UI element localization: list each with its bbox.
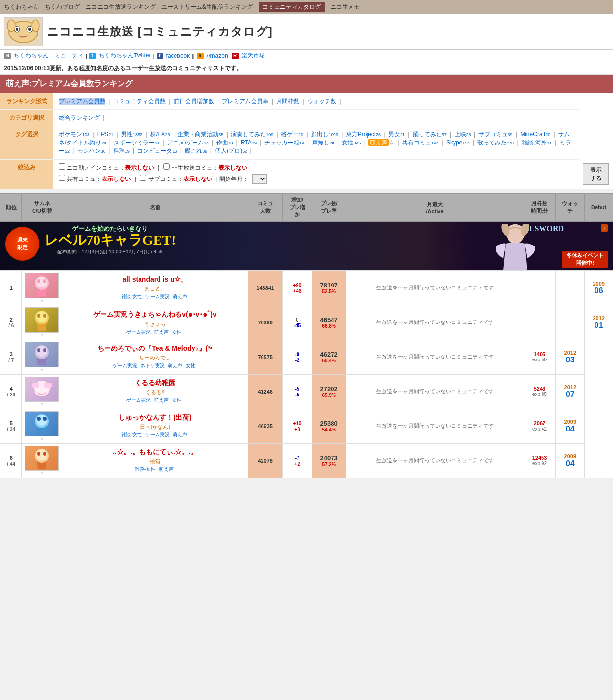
tag-touhou[interactable]: 東方Project26	[346, 131, 381, 138]
tag-business[interactable]: 企業・商業活動35	[177, 131, 223, 138]
tag-link-6b[interactable]: 萌え声	[159, 467, 174, 472]
name-link-4[interactable]: くるる幼稚園	[135, 379, 175, 387]
tag-mhunter[interactable]: モンハン36	[77, 147, 105, 154]
tag-link-1c[interactable]: 萌え声	[173, 294, 187, 299]
ad-right-area: ELSWORD i 冬休みイベント開催中!	[418, 222, 613, 270]
check-nicodou[interactable]: ニコ動メインコミュ：表示しない	[59, 163, 154, 172]
tag-personal-pro[interactable]: 個人(プロ)52	[215, 147, 247, 154]
nav-blog[interactable]: ちくわブログ	[45, 3, 80, 11]
tag-link-2a[interactable]: ゲーム実況	[126, 329, 151, 335]
tag-link-5b[interactable]: ゲーム実況	[145, 432, 170, 437]
ranking-prev-day[interactable]: 前日会員増加数	[174, 98, 214, 105]
tag-link-2c[interactable]: 女性	[172, 329, 182, 335]
nav-chikuwa[interactable]: ちくわちゃん	[4, 3, 39, 11]
tag-link-3a[interactable]: ゲーム実況	[113, 363, 137, 368]
table-row: 4/ 29 ♀ くるる幼稚園 くるる!! ゲーム実況	[0, 374, 613, 409]
checkbox-shared[interactable]	[59, 175, 65, 181]
tag-stocks[interactable]: 株/FX26	[150, 131, 170, 138]
ranking-prem-rate[interactable]: プレミアム会員率	[222, 98, 268, 105]
link-community[interactable]: ちくわちゃんコミュニティ	[14, 52, 84, 60]
ranking-watch[interactable]: ウォッチ数	[307, 98, 336, 105]
tag-link-6a[interactable]: 雑談-女性	[135, 467, 156, 472]
debut-6: 2009 04	[556, 443, 585, 478]
tag-face[interactable]: 顔出し1099	[311, 131, 338, 138]
nav-ustream-ranking[interactable]: ユーストリーム&生配信ランキング	[161, 3, 253, 11]
tag-link-3d[interactable]: 女性	[186, 363, 195, 368]
sub-name-2[interactable]: うきょち	[65, 321, 245, 328]
tag-link-4b[interactable]: 萌え声	[154, 397, 169, 403]
sub-name-4[interactable]: くるる!!	[65, 389, 245, 396]
sub-name-1[interactable]: まこと。	[65, 285, 245, 292]
tag-shared[interactable]: 共有コミュ194	[402, 139, 438, 146]
tag-link-2b[interactable]: 萌え声	[154, 329, 169, 335]
tag-link-5a[interactable]: 雑談-女性	[121, 432, 142, 437]
link-amazon[interactable]: Amazon	[207, 53, 228, 59]
check-shared[interactable]: 共有コミュ：表示しない	[59, 175, 131, 183]
check-nolive[interactable]: 非生放送コミュ：表示しない	[163, 163, 247, 172]
tag-link-1a[interactable]: 雑談-女性	[121, 294, 142, 299]
nav-community-catalog[interactable]: コミュニティカタログ	[259, 2, 325, 12]
tag-screening[interactable]: 上映25	[455, 131, 471, 138]
ranking-community[interactable]: コミュニティ会員数	[113, 98, 166, 105]
show-button[interactable]: 表示する	[583, 163, 609, 185]
ad-event-badge: 冬休みイベント開催中!	[562, 251, 608, 268]
nav-niconico-ranking[interactable]: ニコニコ生放送ランキング	[86, 3, 156, 11]
tag-link-5c[interactable]: 萌え声	[173, 432, 187, 437]
tag-sports-mirror[interactable]: スポーツミラー24	[114, 139, 159, 146]
tag-link-4a[interactable]: ゲーム実況	[126, 397, 151, 403]
tag-skype[interactable]: Skype154	[446, 139, 470, 146]
tag-foreign-chat[interactable]: 雑談-海外21	[522, 139, 552, 146]
checkbox-nolive[interactable]	[163, 163, 170, 170]
name-link-3[interactable]: ちーめろでぃの『Tea & Melody♪』(*•	[97, 344, 212, 352]
link-rakuten[interactable]: 楽天市場	[242, 52, 265, 60]
tag-link-4c[interactable]: 女性	[172, 397, 182, 403]
table-row: 5/ 34 ♀ しゅっかなんす！(出荷) 日南(かなん) 雑談	[0, 409, 613, 443]
tag-rta[interactable]: RTA29	[241, 139, 257, 146]
link-twitter[interactable]: ちくわちゃんTwitter	[99, 52, 151, 60]
checkbox-subcommu[interactable]	[140, 175, 146, 181]
month-select[interactable]	[252, 174, 267, 184]
tag-dance[interactable]: 踊ってみた57	[413, 131, 447, 138]
tag-link-1b[interactable]: ゲーム実況	[145, 294, 170, 299]
debut-4: 2012 07	[556, 374, 585, 409]
separator-1: |	[86, 53, 87, 59]
name-link-2[interactable]: ゲーム実況うきょちゃんねるv(๑･v･๑ﾟ)v	[93, 310, 217, 318]
tag-fps[interactable]: FPS21	[97, 131, 113, 138]
ranking-premium[interactable]: プレミアム会員数	[59, 98, 105, 105]
filter-content: ニコ動メインコミュ：表示しない | 非生放送コミュ：表示しない 共有コミュ：表示…	[53, 160, 579, 189]
category-all[interactable]: 総合ランキング	[59, 114, 100, 121]
tag-singing[interactable]: 歌ってみた278	[477, 139, 514, 146]
tag-cooking[interactable]: 料理19	[113, 147, 130, 154]
tag-female[interactable]: 女性345	[342, 139, 361, 146]
tag-minecraft[interactable]: MineCraft20	[520, 131, 550, 138]
sub-name-3[interactable]: ちーめろでぃ	[65, 354, 245, 361]
tag-compose[interactable]: 作曲70	[216, 139, 233, 146]
name-link-1[interactable]: all standard is u☆。	[123, 275, 188, 283]
tag-anime-game[interactable]: アニメ/ゲーム24	[167, 139, 209, 146]
tag-link-3c[interactable]: 萌え声	[168, 363, 182, 368]
tag-computer[interactable]: コンピュータ16	[137, 147, 177, 154]
ranking-monthly-slots[interactable]: 月間枠数	[276, 98, 299, 105]
tag-kancolle[interactable]: 艦これ39	[185, 147, 207, 154]
checkbox-nicodou[interactable]	[59, 163, 65, 170]
tag-silent[interactable]: 声無し28	[312, 139, 334, 146]
tag-both-gender[interactable]: 男女21	[388, 131, 405, 138]
sub-name-6[interactable]: 桃箱	[65, 458, 245, 465]
tags-6: 雑談-女性 萌え声	[65, 466, 245, 473]
tag-male[interactable]: 男性1352	[121, 131, 142, 138]
tag-pokemon[interactable]: ポケモン103	[59, 131, 89, 138]
tag-link-3b[interactable]: ネトゲ実況	[140, 363, 165, 368]
check-subcommu2[interactable]: サブコミュ：表示しない	[140, 175, 212, 183]
sub-name-5[interactable]: 日南(かなん)	[65, 423, 245, 431]
name-link-5[interactable]: しゅっかなんす！(出荷)	[119, 413, 191, 421]
nav-nico-memo[interactable]: ニコ生メモ	[331, 3, 360, 11]
tag-checker[interactable]: チェッカー組19	[264, 139, 304, 146]
tag-fighting[interactable]: 格ゲー20	[281, 131, 303, 138]
link-facebook[interactable]: facebook	[166, 53, 190, 59]
tag-performance[interactable]: 演奏してみた109	[231, 131, 273, 138]
section-header: 萌え声:プレミアム会員数ランキング	[0, 75, 613, 93]
ad-banner[interactable]: 週末 限定 ゲームを始めたらいきなり レベル70キャラGET! 配布期間：12月…	[0, 222, 613, 270]
name-link-6[interactable]: ..☆。.。ももにてぃ.☆。.。	[113, 448, 197, 456]
tag-subcommu[interactable]: サブコミュ69	[478, 131, 512, 138]
watch-1	[556, 270, 585, 305]
